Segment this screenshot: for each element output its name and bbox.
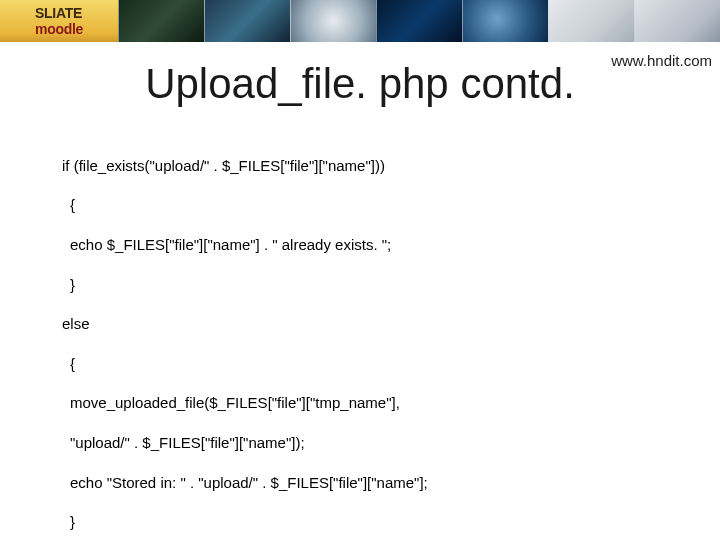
logo-text: SLIATE moodle <box>35 5 83 37</box>
banner-photo-1 <box>118 0 204 42</box>
banner-strip: SLIATE moodle <box>0 0 720 42</box>
logo: SLIATE moodle <box>0 0 118 42</box>
code-line: if (file_exists("upload/" . $_FILES["fil… <box>42 156 428 176</box>
code-line: echo "Stored in: " . "upload/" . $_FILES… <box>42 473 428 493</box>
logo-text-line1: SLIATE <box>35 5 82 21</box>
slide-title: Upload_file. php contd. <box>0 60 720 108</box>
code-line: } <box>42 275 428 295</box>
banner-photo-5 <box>462 0 548 42</box>
logo-text-line2: moodle <box>35 21 83 37</box>
code-block: if (file_exists("upload/" . $_FILES["fil… <box>42 136 428 540</box>
code-line: echo $_FILES["file"]["name"] . " already… <box>42 235 428 255</box>
code-line: { <box>42 195 428 215</box>
banner-photo-6 <box>548 0 634 42</box>
code-line: "upload/" . $_FILES["file"]["name"]); <box>42 433 428 453</box>
code-line: { <box>42 354 428 374</box>
code-line: } <box>42 512 428 532</box>
banner-photo-4 <box>376 0 462 42</box>
banner-photo-2 <box>204 0 290 42</box>
banner-photo-3 <box>290 0 376 42</box>
code-line: move_uploaded_file($_FILES["file"]["tmp_… <box>42 393 428 413</box>
code-line: else <box>42 314 428 334</box>
banner-photo-7 <box>634 0 720 42</box>
slide: SLIATE moodle www.hndit.com Upload_file.… <box>0 0 720 540</box>
banner-photos <box>118 0 720 42</box>
